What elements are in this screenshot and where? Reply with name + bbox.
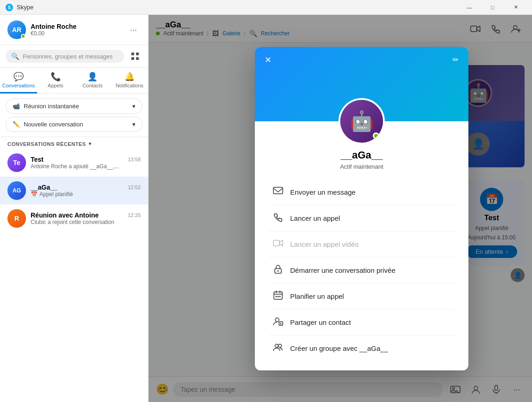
modal-action-conv-privee[interactable]: Démarrer une conversation privée	[269, 257, 454, 283]
search-area: 🔍	[0, 45, 148, 68]
video-icon: 📹	[13, 103, 20, 110]
conversation-item-test[interactable]: Te Test 13:58 Antoine Roche a ajouté __a…	[0, 149, 148, 177]
svg-rect-2	[131, 53, 134, 55]
lock-icon	[272, 264, 284, 277]
modal-avatar[interactable]: 🤖	[338, 98, 385, 145]
conversation-info-test: Test 13:58 Antoine Roche a ajouté __aGa_…	[31, 156, 141, 170]
chat-area: __aGa__ Actif maintenant | 🖼 Galerie | 🔍…	[149, 15, 532, 402]
search-input-wrap: 🔍	[6, 50, 124, 63]
modal-action-envoyer-message[interactable]: Envoyer un message	[269, 179, 454, 205]
modal-avatar-status-dot	[373, 132, 379, 139]
edit-icon: ✏	[453, 55, 459, 64]
conversations-icon: 💬	[13, 72, 24, 82]
modal-action-label-4: Planifier un appel	[290, 292, 344, 300]
svg-point-20	[279, 296, 281, 297]
svg-point-23	[275, 344, 279, 347]
conv-preview-test: Antoine Roche a ajouté __aGa__,...	[31, 163, 141, 170]
nouvelle-conversation-button[interactable]: ✏️ Nouvelle conversation ▾	[6, 117, 143, 132]
svg-point-24	[279, 344, 282, 347]
avatar[interactable]: AR	[7, 20, 26, 39]
tab-conversations[interactable]: 💬 Conversations	[0, 68, 37, 93]
conv-name-row: Test 13:58	[31, 156, 141, 163]
conv-time-aga: 12:52	[128, 185, 141, 190]
nouvelle-conv-label: Nouvelle conversation	[24, 121, 83, 128]
conv-name-row-aga: __aGa__ 12:52	[31, 184, 141, 191]
modal-actions-list: Envoyer un message Lancer un appel	[269, 179, 454, 361]
svg-rect-13	[273, 187, 283, 194]
conversation-avatar-reunion: R	[7, 209, 26, 228]
conv-name-reunion: Réunion avec Antoine	[31, 211, 99, 219]
more-options-button[interactable]: ···	[126, 23, 141, 37]
tab-contacts[interactable]: 👤 Contacts	[74, 68, 111, 93]
modal-body: __aGa__ Actif maintenant Envoyer un mess…	[255, 121, 468, 370]
contact-icon	[272, 316, 284, 329]
conv-name-test: Test	[31, 156, 44, 163]
svg-point-18	[276, 296, 277, 297]
phone-icon	[272, 212, 284, 224]
close-button[interactable]: ✕	[505, 0, 526, 15]
conversation-info-aga: __aGa__ 12:52 📅 Appel planifié	[31, 184, 141, 198]
modal-action-label-0: Envoyer un message	[290, 188, 356, 196]
dropdown-icon: ▾	[132, 103, 136, 110]
modal-action-label-5: Partager un contact	[290, 318, 351, 326]
reunion-instantanee-button[interactable]: 📹 Réunion instantanée ▾	[6, 99, 143, 114]
close-icon: ✕	[265, 55, 272, 65]
tab-appels[interactable]: 📞 Appels	[37, 68, 74, 93]
modal-action-partager-contact[interactable]: Partager un contact	[269, 310, 454, 336]
maximize-button[interactable]: □	[482, 0, 503, 15]
titlebar: S Skype — □ ✕	[0, 0, 532, 15]
modal-avatar-wrap: 🤖	[338, 98, 385, 145]
svg-rect-3	[136, 53, 139, 55]
modal-action-planifier-appel[interactable]: Planifier un appel	[269, 283, 454, 310]
svg-rect-17	[274, 292, 282, 299]
svg-rect-5	[136, 57, 139, 60]
tab-conversations-label: Conversations	[2, 83, 35, 88]
edit-icon: ✏️	[13, 121, 20, 128]
notifications-icon: 🔔	[124, 72, 135, 82]
grid-button[interactable]	[128, 49, 143, 64]
svg-point-21	[275, 318, 279, 322]
profile-balance: €0,00	[31, 30, 122, 37]
conversation-item-reunion[interactable]: R Réunion avec Antoine 12:25 Clubic a re…	[0, 204, 148, 232]
sidebar: AR Antoine Roche €0,00 ··· 🔍	[0, 15, 149, 402]
conversation-item-aga[interactable]: AG __aGa__ 12:52 📅 Appel planifié	[0, 177, 148, 204]
avatar-initials-reunion: R	[14, 215, 19, 222]
app-title: Skype	[17, 4, 33, 11]
modal-edit-button[interactable]: ✏	[448, 53, 463, 67]
chevron-down-icon: ▾	[89, 141, 92, 147]
tab-contacts-label: Contacts	[83, 83, 103, 88]
modal-close-button[interactable]: ✕	[260, 53, 275, 67]
avatar-initials-aga: AG	[13, 187, 21, 194]
conv-time-test: 13:58	[128, 157, 141, 162]
modal-action-creer-groupe[interactable]: Créer un groupe avec __aGa__	[269, 336, 454, 361]
avatar-initials: AR	[12, 26, 21, 33]
tab-notifications-label: Notifications	[116, 83, 143, 88]
modal-action-label-1: Lancer un appel	[290, 214, 340, 222]
modal-action-label-3: Démarrer une conversation privée	[290, 266, 396, 274]
action-buttons: 📹 Réunion instantanée ▾ ✏️ Nouvelle conv…	[0, 94, 148, 137]
titlebar-left: S Skype	[6, 4, 33, 11]
modal-action-lancer-appel[interactable]: Lancer un appel	[269, 205, 454, 231]
status-dot	[21, 34, 26, 39]
svg-text:S: S	[8, 5, 11, 10]
tab-appels-label: Appels	[48, 83, 64, 88]
conversations-section-header[interactable]: CONVERSATIONS RÉCENTES ▾	[0, 137, 148, 149]
conversation-avatar-aga: AG	[7, 181, 26, 200]
modal-action-lancer-appel-video: Lancer un appel vidéo	[269, 231, 454, 257]
profile-name: Antoine Roche	[31, 23, 122, 30]
profile-info: Antoine Roche €0,00	[31, 23, 122, 37]
app-body: AR Antoine Roche €0,00 ··· 🔍	[0, 15, 532, 402]
contacts-icon: 👤	[87, 72, 97, 82]
minimize-button[interactable]: —	[459, 0, 480, 15]
avatar-initials-test: Te	[13, 159, 20, 166]
search-input[interactable]	[23, 53, 118, 60]
svg-point-16	[278, 270, 279, 271]
reunion-label: Réunion instantanée	[24, 103, 79, 110]
modal-user-name: __aGa__	[341, 149, 383, 161]
video-icon-modal	[272, 238, 284, 250]
dropdown-icon2: ▾	[132, 121, 136, 128]
profile-modal: ✕ ✏ 🤖 __aGa__ Actif maintenant	[255, 47, 468, 370]
tab-notifications[interactable]: 🔔 Notifications	[111, 68, 148, 93]
nav-tabs: 💬 Conversations 📞 Appels 👤 Contacts 🔔 No…	[0, 68, 148, 94]
profile-area: AR Antoine Roche €0,00 ···	[0, 15, 148, 45]
